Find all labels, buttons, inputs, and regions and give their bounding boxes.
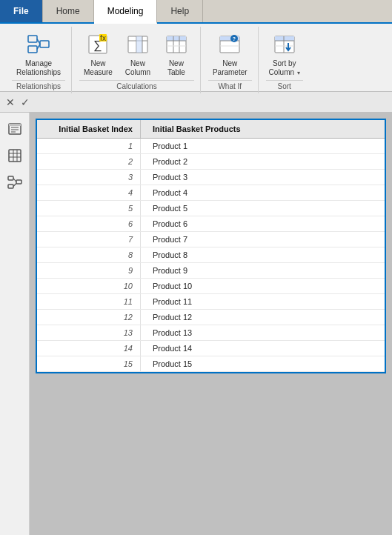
- manage-relationships-label: Manage Relationships: [16, 59, 61, 77]
- svg-rect-44: [16, 180, 21, 184]
- new-parameter-button[interactable]: ? New Parameter: [208, 30, 252, 79]
- cell-product: Product 1: [141, 139, 195, 153]
- main-content: Initial Basket Index Initial Basket Prod…: [0, 113, 392, 535]
- table-row[interactable]: 15 Product 15: [37, 356, 385, 372]
- table-row[interactable]: 10 Product 10: [37, 279, 385, 294]
- svg-rect-43: [8, 185, 13, 188]
- table-row[interactable]: 4 Product 4: [37, 185, 385, 201]
- tab-help[interactable]: Help: [157, 0, 203, 22]
- cell-product: Product 3: [141, 170, 195, 185]
- svg-line-45: [13, 179, 16, 182]
- table-row[interactable]: 7 Product 7: [37, 232, 385, 247]
- cell-index: 5: [37, 201, 141, 216]
- cell-product: Product 4: [141, 185, 195, 200]
- col-header-products: Initial Basket Products: [141, 120, 385, 138]
- cell-index: 14: [37, 341, 141, 356]
- cell-index: 9: [37, 263, 141, 278]
- table-row[interactable]: 14 Product 14: [37, 341, 385, 356]
- relationships-group-label: Relationships: [12, 80, 65, 90]
- table-row[interactable]: 1 Product 1: [37, 139, 385, 154]
- cancel-formula-button[interactable]: ✕: [6, 96, 15, 108]
- tab-home[interactable]: Home: [43, 0, 94, 22]
- sidebar-icon-model[interactable]: [4, 172, 25, 193]
- new-parameter-label: New Parameter: [213, 59, 248, 77]
- new-measure-icon: ∑ fx: [84, 31, 111, 58]
- cell-index: 8: [37, 247, 141, 262]
- relationships-group: Manage Relationships Relationships: [6, 27, 72, 93]
- svg-rect-1: [28, 46, 37, 53]
- cell-product: Product 13: [141, 325, 199, 340]
- table-row[interactable]: 8 Product 8: [37, 247, 385, 263]
- svg-rect-12: [136, 36, 142, 53]
- cell-product: Product 11: [141, 294, 199, 309]
- new-column-label: New Column: [125, 59, 150, 77]
- svg-rect-0: [28, 36, 37, 42]
- new-measure-button[interactable]: ∑ fx New Measure: [79, 30, 117, 79]
- cell-product: Product 5: [141, 201, 195, 216]
- cell-index: 4: [37, 185, 141, 200]
- cell-index: 7: [37, 232, 141, 247]
- table-body[interactable]: 1 Product 1 2 Product 2 3 Product 3 4 Pr…: [37, 139, 385, 372]
- svg-text:fx: fx: [101, 34, 107, 42]
- cell-index: 15: [37, 356, 141, 371]
- sidebar-icon-data[interactable]: [4, 145, 25, 166]
- tab-file[interactable]: File: [0, 0, 43, 22]
- new-table-button[interactable]: New Table: [159, 30, 194, 79]
- svg-rect-2: [40, 41, 49, 47]
- cell-index: 3: [37, 170, 141, 185]
- tab-bar: File Home Modeling Help: [0, 0, 392, 24]
- new-table-label: New Table: [167, 59, 185, 77]
- table-row[interactable]: 13 Product 13: [37, 325, 385, 341]
- new-parameter-icon: ?: [216, 31, 243, 58]
- cell-index: 12: [37, 310, 141, 325]
- table-header: Initial Basket Index Initial Basket Prod…: [37, 120, 385, 139]
- ribbon: Manage Relationships Relationships ∑ fx …: [0, 24, 392, 92]
- sort-dropdown-arrow: ▾: [297, 70, 300, 76]
- left-sidebar: [0, 113, 30, 535]
- new-column-button[interactable]: New Column: [120, 30, 156, 79]
- tab-modeling[interactable]: Modeling: [94, 0, 158, 24]
- sort-group-label: Sort: [266, 80, 303, 90]
- svg-rect-42: [8, 176, 13, 180]
- col-header-index: Initial Basket Index: [37, 120, 141, 138]
- sidebar-icon-report[interactable]: [4, 119, 25, 139]
- cell-product: Product 10: [141, 279, 199, 293]
- cell-index: 1: [37, 139, 141, 153]
- cell-index: 6: [37, 216, 141, 231]
- cell-index: 11: [37, 294, 141, 309]
- svg-rect-36: [9, 124, 21, 126]
- table-row[interactable]: 2 Product 2: [37, 154, 385, 170]
- svg-rect-37: [9, 150, 21, 162]
- table-row[interactable]: 5 Product 5: [37, 201, 385, 216]
- sort-by-column-icon: [271, 31, 298, 58]
- cell-product: Product 6: [141, 216, 195, 231]
- svg-rect-15: [167, 36, 186, 41]
- table-row[interactable]: 12 Product 12: [37, 310, 385, 325]
- sort-by-column-button[interactable]: Sort by Column ▾: [266, 30, 303, 79]
- new-table-icon: [163, 31, 190, 58]
- table-row[interactable]: 9 Product 9: [37, 263, 385, 279]
- sort-by-column-label: Sort by Column ▾: [269, 59, 300, 77]
- table-row[interactable]: 3 Product 3: [37, 170, 385, 185]
- data-area: Initial Basket Index Initial Basket Prod…: [30, 113, 392, 535]
- calculations-group: ∑ fx New Measure New: [73, 27, 201, 93]
- confirm-formula-button[interactable]: ✓: [21, 96, 30, 108]
- cell-product: Product 8: [141, 247, 195, 262]
- cell-index: 10: [37, 279, 141, 293]
- table-row[interactable]: 11 Product 11: [37, 294, 385, 310]
- manage-relationships-button[interactable]: Manage Relationships: [12, 30, 65, 79]
- cell-product: Product 9: [141, 263, 195, 278]
- cell-product: Product 14: [141, 341, 199, 356]
- cell-index: 2: [37, 154, 141, 169]
- new-column-icon: [124, 31, 151, 58]
- svg-text:?: ?: [233, 36, 236, 41]
- cell-product: Product 12: [141, 310, 199, 325]
- cell-index: 13: [37, 325, 141, 340]
- cell-product: Product 2: [141, 154, 195, 169]
- what-if-group-label: What If: [208, 80, 252, 90]
- new-measure-label: New Measure: [84, 59, 113, 77]
- calculations-group-label: Calculations: [79, 80, 194, 90]
- cell-product: Product 7: [141, 232, 195, 247]
- formula-bar: ✕ ✓: [0, 92, 392, 113]
- table-row[interactable]: 6 Product 6: [37, 216, 385, 232]
